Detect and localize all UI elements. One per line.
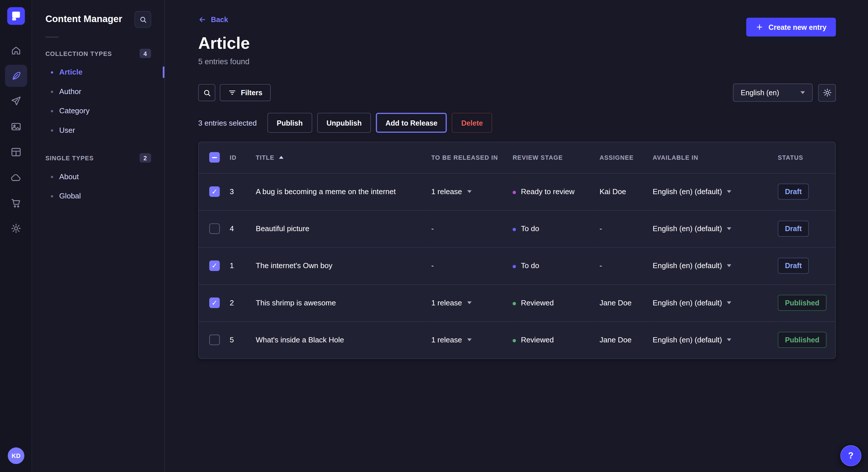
row-checkbox[interactable] [209,260,220,271]
row-checkbox[interactable] [209,187,220,197]
home-icon [10,45,22,56]
bullet-icon [51,129,53,131]
section-single-types: SINGLE TYPES 2 [45,153,151,163]
chevron-down-icon [727,190,732,193]
table-row[interactable]: 2 This shrimp is awesome 1 release Revie… [198,284,835,321]
layout-icon [10,146,22,158]
single-types-count-badge: 2 [140,153,151,163]
release-dropdown[interactable]: 1 release [431,299,471,307]
cell-assignee: - [600,210,653,247]
strapi-logo[interactable] [7,7,25,25]
cell-stage: Ready to review [513,173,600,210]
sidebar-search-button[interactable] [135,11,151,28]
release-dropdown[interactable]: 1 release [431,188,471,196]
locale-select[interactable]: English (en) [733,83,813,102]
app-window: KD Content Manager COLLECTION TYPES 4 Ar… [0,0,868,472]
table-header-row: ID TITLE TO BE RELEASED IN REVIEW STAGE … [198,142,835,173]
release-dropdown[interactable]: - [431,225,443,233]
select-all-checkbox[interactable] [209,152,220,163]
locale-dropdown[interactable]: English (en) (default) [653,225,732,233]
back-arrow-icon [198,15,206,24]
cell-assignee: - [600,247,653,284]
sort-title-button[interactable]: TITLE [256,154,283,161]
cell-assignee: Jane Doe [600,322,653,359]
help-button[interactable]: ? [840,445,861,466]
row-checkbox[interactable] [209,335,220,345]
release-chevron-icon [467,190,471,193]
cell-assignee: Jane Doe [600,284,653,321]
stage-dot [513,191,516,194]
back-link[interactable]: Back [198,15,228,24]
add-to-release-button[interactable]: Add to Release [376,113,447,133]
table-row[interactable]: 1 The internet's Own boy - To do - Engli… [198,247,835,284]
status-badge: Draft [778,221,809,237]
bullet-icon [51,71,53,73]
locale-dropdown[interactable]: English (en) (default) [653,299,732,307]
sidebar-item-user[interactable]: User [45,121,151,140]
icon-rail: KD [0,0,32,472]
header-title: TITLE [256,142,431,173]
sidebar-item-global[interactable]: Global [45,187,151,206]
release-dropdown[interactable]: - [431,262,443,270]
rail-item-content-manager[interactable] [5,65,27,87]
user-avatar[interactable]: KD [8,447,24,464]
sort-ascending-icon [279,156,283,159]
section-collection-types: COLLECTION TYPES 4 [45,49,151,58]
bullet-icon [51,195,53,197]
delete-button[interactable]: Delete [452,113,492,133]
rail-item-settings[interactable] [5,217,27,239]
stage-dot [513,228,516,231]
rail-item-media-library[interactable] [5,115,27,138]
locale-dropdown[interactable]: English (en) (default) [653,336,732,344]
table-row[interactable]: 4 Beautiful picture - To do - English (e… [198,210,835,247]
release-chevron-icon [467,339,471,341]
header-assignee: ASSIGNEE [600,142,653,173]
table-row[interactable]: 3 A bug is becoming a meme on the intern… [198,173,835,210]
rail-item-home[interactable] [5,39,27,61]
main-content: Back Article 5 entries found Create new … [165,0,868,472]
table-row[interactable]: 5 What's inside a Black Hole 1 release R… [198,322,835,359]
view-settings-button[interactable] [818,84,836,102]
plus-icon [756,23,764,31]
cell-stage: To do [513,210,600,247]
content-manager-sidebar: Content Manager COLLECTION TYPES 4 Artic… [32,0,165,472]
create-new-entry-button[interactable]: Create new entry [746,18,836,37]
search-button[interactable] [198,84,215,101]
chevron-down-icon [727,264,732,267]
sidebar-item-article[interactable]: Article [45,63,151,82]
cell-id: 2 [229,284,256,321]
page-title: Article [198,34,836,52]
sidebar-item-author[interactable]: Author [45,82,151,101]
unpublish-button[interactable]: Unpublish [317,113,371,133]
rail-item-releases[interactable] [5,90,27,112]
search-icon [138,15,147,24]
bullet-icon [51,175,53,178]
rail-item-content-type-builder[interactable] [5,141,27,163]
cart-icon [10,198,22,209]
header-stage: REVIEW STAGE [513,142,600,173]
cell-title: This shrimp is awesome [256,284,431,321]
search-icon [203,88,211,97]
row-checkbox[interactable] [209,224,220,234]
publish-button[interactable]: Publish [267,113,312,133]
stage-dot [513,265,516,268]
header-status: STATUS [778,142,836,173]
sidebar-item-about[interactable]: About [45,167,151,187]
stage-dot [513,339,516,343]
stage-dot [513,302,516,305]
header-locale: AVAILABLE IN [653,142,778,173]
cell-stage: Reviewed [513,284,600,321]
entries-table-panel: ID TITLE TO BE RELEASED IN REVIEW STAGE … [198,142,836,359]
locale-dropdown[interactable]: English (en) (default) [653,188,732,196]
rail-item-cloud[interactable] [5,167,27,189]
rail-item-marketplace[interactable] [5,192,27,214]
cell-id: 5 [229,322,256,359]
filters-button[interactable]: Filters [220,84,271,101]
cell-title: The internet's Own boy [256,247,431,284]
locale-dropdown[interactable]: English (en) (default) [653,262,732,270]
cell-id: 3 [229,173,256,210]
cell-stage: Reviewed [513,322,600,359]
sidebar-item-category[interactable]: Category [45,101,151,121]
release-dropdown[interactable]: 1 release [431,336,471,344]
row-checkbox[interactable] [209,298,220,308]
